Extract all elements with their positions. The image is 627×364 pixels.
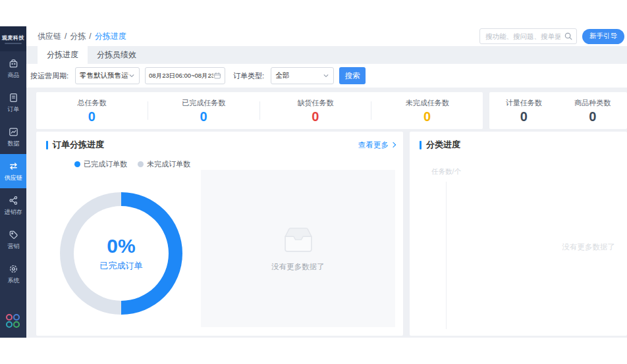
chevron-down-icon: [128, 72, 135, 79]
donut-center: 0% 已完成订单: [74, 206, 169, 301]
stat-label: 未完成任务数: [371, 98, 483, 108]
topbar-right: 新手引导: [479, 28, 624, 44]
stat-value: 0: [559, 110, 627, 123]
sidebar-item-supply-chain[interactable]: 供应链: [0, 154, 26, 188]
clover-logo-icon[interactable]: [6, 314, 20, 328]
brand-logo: 观麦科技: [0, 26, 26, 51]
sidebar-item-label: 系统: [7, 276, 19, 284]
clover-ring-red: [6, 314, 13, 321]
clover-ring-teal: [6, 321, 13, 328]
bag-icon: [8, 58, 19, 69]
tab-bar: 分拣进度 分拣员绩效: [26, 46, 627, 64]
empty-inbox-icon: [279, 226, 317, 255]
view-more-link[interactable]: 查看更多: [358, 140, 395, 150]
stat-label: 计量任务数: [489, 98, 559, 108]
order-type-label: 订单类型:: [233, 71, 264, 81]
breadcrumb-supply-chain[interactable]: 供应链: [38, 31, 61, 42]
date-range-picker[interactable]: 08月23日06:00~08月23日12:00(: [145, 67, 225, 84]
sidebar-item-label: 进销存: [4, 208, 22, 216]
sidebar-item-marketing[interactable]: 营销: [0, 222, 26, 257]
sidebar-footer: [0, 314, 26, 328]
sidebar-item-label: 营销: [7, 242, 19, 250]
legend-incomplete-orders[interactable]: 未完成订单数: [138, 159, 190, 169]
sidebar-item-system[interactable]: 系统: [0, 257, 26, 291]
chevron-right-icon: [391, 142, 396, 147]
stat-label: 总任务数: [36, 98, 148, 108]
panel-title: 订单分拣进度: [46, 139, 104, 151]
donut-chart: 0% 已完成订单: [60, 192, 182, 315]
stat-value: 0: [148, 110, 259, 123]
stat-total-tasks: 总任务数 0: [36, 98, 148, 123]
share-nodes-icon: [8, 195, 19, 206]
stat-weighing-tasks: 计量任务数 0: [489, 98, 559, 123]
title-accent-bar: [46, 141, 48, 149]
view-more-label: 查看更多: [358, 140, 389, 150]
panel-title: 分类进度: [420, 139, 460, 151]
stat-completed-tasks: 已完成任务数 0: [148, 98, 259, 123]
brand-subline: [5, 43, 22, 44]
stat-label: 缺货任务数: [260, 98, 371, 108]
panel-title-text: 分类进度: [426, 139, 460, 151]
search-icon[interactable]: [564, 32, 573, 41]
category-progress-panel: 分类进度 任务数/个 没有更多数据了: [410, 132, 627, 336]
order-type-select[interactable]: 全部: [271, 67, 334, 84]
filter-search-button[interactable]: 搜索: [339, 67, 366, 84]
topbar: 供应链 / 分拣 / 分拣进度 新手引导: [26, 26, 627, 46]
panel-title-text: 订单分拣进度: [53, 139, 104, 151]
sidebar-item-label: 商品: [7, 71, 19, 79]
sidebar-item-data[interactable]: 数据: [0, 120, 26, 154]
document-icon: [8, 92, 19, 103]
empty-data-text: 没有更多数据了: [562, 242, 616, 252]
date-range-value: 08月23日06:00~08月23日12:00(: [149, 72, 213, 80]
breadcrumb-separator: /: [65, 32, 67, 41]
stat-value: 0: [260, 110, 371, 123]
page: 观麦科技 商品 订单: [0, 0, 627, 364]
stat-sku-count: 商品种类数 0: [559, 98, 627, 123]
breadcrumb-current: 分拣进度: [95, 31, 126, 42]
sidebar-nav: 商品 订单 数据: [0, 51, 26, 291]
sidebar-item-label: 数据: [7, 140, 19, 147]
legend-dot-blue-icon: [74, 161, 80, 167]
stat-value: 0: [371, 110, 483, 123]
sidebar-item-orders[interactable]: 订单: [0, 86, 26, 120]
global-search: [479, 28, 577, 44]
breadcrumb-sorting[interactable]: 分拣: [70, 31, 86, 42]
stat-label: 商品种类数: [559, 98, 627, 108]
search-input[interactable]: [479, 28, 577, 44]
legend-dot-gray-icon: [138, 161, 144, 167]
order-sorting-progress-panel: 订单分拣进度 查看更多 已完成订单数 未完成订单数: [36, 132, 403, 336]
brand-name: 观麦科技: [2, 34, 24, 41]
main-area: 供应链 / 分拣 / 分拣进度 新手引导 分拣进度: [26, 26, 627, 338]
clover-ring-blue: [13, 314, 20, 321]
panels-row: 订单分拣进度 查看更多 已完成订单数 未完成订单数: [26, 132, 627, 336]
clover-ring-green: [13, 321, 20, 328]
stat-value: 0: [489, 110, 559, 123]
breadcrumb-separator: /: [89, 32, 91, 41]
swap-arrows-icon: [8, 161, 19, 172]
stat-out-of-stock-tasks: 缺货任务数 0: [260, 98, 371, 123]
stat-label: 已完成任务数: [148, 98, 259, 108]
filter-bar: 按运营周期: 零售默认预售运营时间 08月23日06:00~08月23日12:0…: [26, 64, 627, 88]
guide-button[interactable]: 新手引导: [582, 29, 624, 44]
chart-legend: 已完成订单数 未完成订单数: [74, 159, 403, 169]
donut-caption: 已完成订单: [100, 260, 143, 272]
panel-header: 分类进度: [410, 132, 627, 151]
legend-completed-orders[interactable]: 已完成订单数: [74, 159, 127, 169]
stat-incomplete-tasks: 未完成任务数 0: [371, 98, 483, 123]
task-stats-card: 总任务数 0 已完成任务数 0 缺货任务数 0 未完成任务数 0: [36, 92, 483, 129]
sidebar-item-label: 供应链: [4, 174, 22, 182]
title-accent-bar: [420, 141, 422, 149]
tab-sorting-progress[interactable]: 分拣进度: [38, 46, 88, 64]
sidebar-item-products[interactable]: 商品: [0, 51, 26, 86]
sidebar-item-inventory[interactable]: 进销存: [0, 188, 26, 222]
period-select-value: 零售默认预售运营时间: [80, 71, 128, 80]
period-label: 按运营周期:: [30, 71, 68, 81]
y-axis-label: 任务数/个: [431, 167, 461, 176]
calendar-icon: [213, 72, 221, 80]
stats-row: 总任务数 0 已完成任务数 0 缺货任务数 0 未完成任务数 0: [26, 92, 627, 129]
extra-stats-card: 计量任务数 0 商品种类数 0: [489, 92, 627, 129]
period-select[interactable]: 零售默认预售运营时间: [75, 67, 140, 84]
chevron-down-icon: [323, 72, 329, 79]
tab-sorter-performance[interactable]: 分拣员绩效: [88, 46, 146, 64]
app-window: 观麦科技 商品 订单: [0, 26, 627, 338]
